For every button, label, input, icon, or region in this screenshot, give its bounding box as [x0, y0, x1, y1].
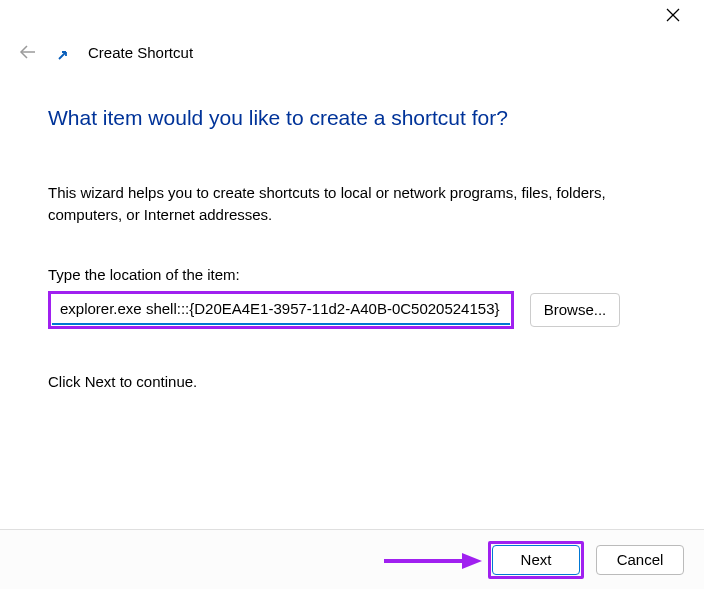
- description-text: This wizard helps you to create shortcut…: [48, 182, 656, 226]
- wizard-footer: Next Cancel: [0, 529, 704, 589]
- input-annotation-highlight: [48, 291, 514, 329]
- input-row: Browse...: [48, 291, 656, 329]
- cancel-button[interactable]: Cancel: [596, 545, 684, 575]
- shortcut-icon: [56, 48, 70, 62]
- wizard-header: Create Shortcut: [0, 0, 704, 62]
- location-input[interactable]: [52, 295, 510, 325]
- location-label: Type the location of the item:: [48, 266, 656, 283]
- page-title: What item would you like to create a sho…: [48, 106, 656, 130]
- wizard-title: Create Shortcut: [88, 44, 193, 61]
- next-button[interactable]: Next: [492, 545, 580, 575]
- svg-marker-4: [462, 553, 482, 569]
- arrow-annotation: [382, 551, 482, 571]
- next-annotation-highlight: Next: [488, 541, 584, 579]
- close-button[interactable]: [666, 8, 682, 24]
- browse-button[interactable]: Browse...: [530, 293, 620, 327]
- back-arrow-icon[interactable]: [18, 42, 38, 62]
- wizard-content: What item would you like to create a sho…: [0, 62, 704, 390]
- continue-instruction: Click Next to continue.: [48, 373, 656, 390]
